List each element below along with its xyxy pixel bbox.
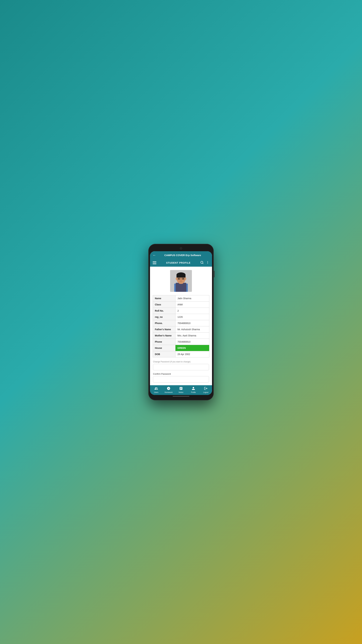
label-phone: Phone. bbox=[153, 320, 175, 326]
svg-point-19 bbox=[185, 278, 186, 280]
home-bar bbox=[173, 396, 189, 397]
homework-icon bbox=[167, 386, 170, 391]
page-title: STUDENT PROFILE bbox=[156, 262, 200, 264]
svg-line-1 bbox=[203, 263, 203, 264]
svg-rect-11 bbox=[176, 274, 186, 278]
confirm-password-label: Confirm Password bbox=[153, 373, 209, 375]
table-row: reg_no 1226 bbox=[153, 314, 209, 320]
value-dob: 28 Apr 2002 bbox=[175, 351, 209, 357]
top-bar: ← CAMPUS COVER Erp Software bbox=[150, 251, 212, 259]
value-reg: 1226 bbox=[175, 314, 209, 320]
profile-icon bbox=[192, 386, 195, 391]
label-mother: Mother's Name bbox=[153, 332, 175, 338]
label-father: Father's Name bbox=[153, 326, 175, 332]
value-roll: 2 bbox=[175, 308, 209, 314]
hamburger-button[interactable] bbox=[153, 262, 156, 264]
nav-users[interactable]: Users bbox=[150, 386, 162, 393]
label-name: Name bbox=[153, 295, 175, 301]
table-row: Father's Name Mr. Ashutosh Sharma bbox=[153, 326, 209, 332]
nav-profile[interactable]: Profile bbox=[187, 386, 200, 393]
bottom-nav: Users Homework Notice bbox=[150, 385, 212, 395]
value-name: Jatin Sharma bbox=[175, 295, 209, 301]
logout-icon bbox=[204, 386, 208, 391]
nav-notice[interactable]: Notice bbox=[175, 386, 187, 393]
nav-logout-label: Logout bbox=[203, 392, 209, 393]
svg-rect-7 bbox=[176, 283, 186, 292]
avatar bbox=[170, 270, 192, 292]
table-row: Name Jatin Sharma bbox=[153, 295, 209, 301]
value-parent-phone: 7004680810 bbox=[175, 338, 209, 345]
svg-point-17 bbox=[180, 280, 182, 280]
password-section: Change Password (If you want to change) … bbox=[153, 360, 209, 382]
label-house: House bbox=[153, 345, 175, 351]
label-dob: DOB bbox=[153, 351, 175, 357]
change-password-hint: (If you want to change) bbox=[170, 360, 191, 363]
table-row: House GREEN bbox=[153, 345, 209, 351]
svg-point-3 bbox=[207, 262, 208, 263]
users-icon bbox=[154, 386, 158, 391]
nav-profile-label: Profile bbox=[191, 392, 196, 393]
notice-icon bbox=[179, 386, 183, 391]
value-father: Mr. Ashutosh Sharma bbox=[175, 326, 209, 332]
more-options-icon[interactable] bbox=[206, 261, 209, 265]
table-row: Roll No. 2 bbox=[153, 308, 209, 314]
phone-screen: ← CAMPUS COVER Erp Software STUDENT PROF… bbox=[150, 251, 212, 395]
app-title: CAMPUS COVER Erp Software bbox=[156, 254, 209, 256]
change-password-input[interactable] bbox=[153, 364, 209, 370]
nav-homework[interactable]: Homework bbox=[162, 386, 175, 393]
avatar-container bbox=[153, 270, 209, 292]
nav-notice-label: Notice bbox=[179, 392, 183, 393]
content-area: Name Jatin Sharma Class ANM Roll No. 2 r… bbox=[150, 267, 212, 385]
table-row: DOB 28 Apr 2002 bbox=[153, 351, 209, 357]
label-reg: reg_no bbox=[153, 314, 175, 320]
back-button[interactable]: ← bbox=[153, 253, 156, 257]
table-row: Mother's Name Mrs. Aarti Sharma bbox=[153, 332, 209, 338]
nav-users-label: Users bbox=[154, 392, 158, 393]
confirm-password-input[interactable] bbox=[153, 376, 209, 382]
toolbar-right bbox=[200, 261, 209, 265]
change-password-label: Change Password (If you want to change) bbox=[153, 360, 209, 363]
profile-table: Name Jatin Sharma Class ANM Roll No. 2 r… bbox=[153, 295, 209, 358]
table-row: Phone 7004680810 bbox=[153, 338, 209, 345]
table-row: Class ANM bbox=[153, 301, 209, 308]
nav-homework-label: Homework bbox=[165, 392, 173, 393]
svg-point-16 bbox=[183, 278, 184, 279]
student-photo bbox=[170, 270, 192, 292]
svg-point-18 bbox=[176, 278, 177, 280]
label-parent-phone: Phone bbox=[153, 338, 175, 345]
label-class: Class bbox=[153, 301, 175, 308]
camera-dot bbox=[180, 247, 182, 250]
home-indicator bbox=[150, 395, 212, 398]
side-button bbox=[214, 271, 215, 278]
label-roll: Roll No. bbox=[153, 308, 175, 314]
nav-logout[interactable]: Logout bbox=[200, 386, 212, 393]
value-class: ANM bbox=[175, 301, 209, 308]
svg-point-15 bbox=[178, 278, 179, 279]
value-phone: 7004680810 bbox=[175, 320, 209, 326]
svg-point-2 bbox=[207, 261, 208, 262]
svg-point-4 bbox=[207, 263, 208, 264]
search-icon[interactable] bbox=[200, 261, 204, 265]
value-house: GREEN bbox=[175, 345, 209, 351]
sub-bar: STUDENT PROFILE bbox=[150, 259, 212, 267]
value-mother: Mrs. Aarti Sharma bbox=[175, 332, 209, 338]
table-row: Phone. 7004680810 bbox=[153, 320, 209, 326]
